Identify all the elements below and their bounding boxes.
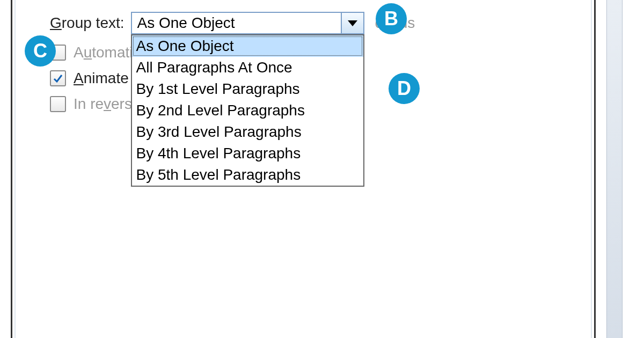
group-text-combo-button[interactable] xyxy=(341,13,363,33)
chevron-down-icon xyxy=(348,20,357,26)
group-text-combo-holder: As One Object As One Object All Paragrap… xyxy=(131,12,364,34)
group-text-row: Group text: As One Object As One Object … xyxy=(50,12,578,34)
dropdown-option[interactable]: By 2nd Level Paragraphs xyxy=(132,100,363,121)
group-text-label: Group text: xyxy=(50,14,125,32)
checkmark-icon xyxy=(53,73,63,84)
badge-b: B xyxy=(376,3,407,34)
dropdown-option[interactable]: By 3rd Level Paragraphs xyxy=(132,121,363,143)
group-text-dropdown[interactable]: As One Object All Paragraphs At Once By … xyxy=(131,34,364,187)
dropdown-option[interactable]: All Paragraphs At Once xyxy=(132,57,363,78)
automatically-label: Automati xyxy=(74,44,133,61)
dropdown-option[interactable]: By 5th Level Paragraphs xyxy=(132,164,363,186)
group-text-hotkey: G xyxy=(50,14,62,31)
dropdown-option[interactable]: By 1st Level Paragraphs xyxy=(132,78,363,100)
animate-checkbox[interactable] xyxy=(50,70,66,86)
reverse-checkbox xyxy=(50,96,66,112)
vertical-scrollbar[interactable] xyxy=(606,0,623,338)
group-text-combo[interactable]: As One Object xyxy=(131,12,364,34)
dropdown-option[interactable]: As One Object xyxy=(132,35,363,57)
dialog-panel: Group text: As One Object As One Object … xyxy=(11,0,596,338)
badge-d: D xyxy=(389,73,420,104)
group-text-combo-value: As One Object xyxy=(132,14,341,32)
dropdown-option[interactable]: By 4th Level Paragraphs xyxy=(132,143,363,164)
reverse-label: In revers xyxy=(74,95,132,113)
badge-c: C xyxy=(25,35,56,67)
